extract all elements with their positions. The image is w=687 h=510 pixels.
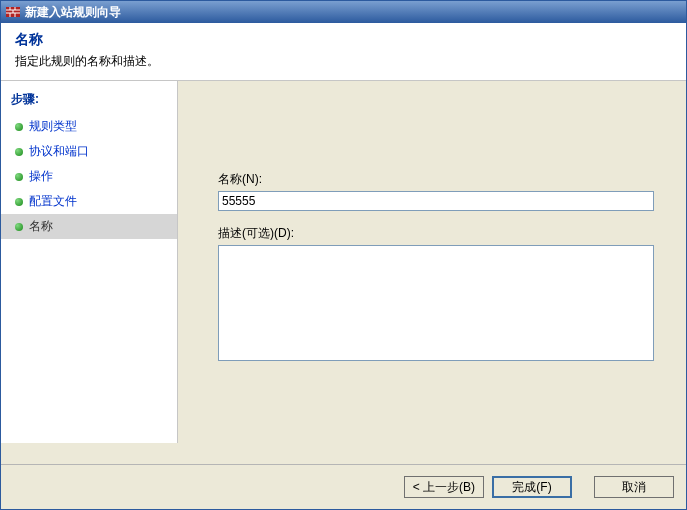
step-protocol-ports[interactable]: 协议和端口	[1, 139, 177, 164]
bullet-icon	[15, 198, 23, 206]
step-rule-type[interactable]: 规则类型	[1, 114, 177, 139]
page-subtitle: 指定此规则的名称和描述。	[15, 53, 672, 70]
back-button[interactable]: < 上一步(B)	[404, 476, 484, 498]
description-textarea[interactable]	[218, 245, 654, 361]
cancel-button[interactable]: 取消	[594, 476, 674, 498]
name-input[interactable]	[218, 191, 654, 211]
step-label: 规则类型	[29, 118, 77, 135]
header-panel: 名称 指定此规则的名称和描述。	[1, 23, 686, 81]
page-title: 名称	[15, 31, 672, 49]
steps-heading: 步骤:	[1, 89, 177, 114]
bullet-icon	[15, 223, 23, 231]
window-title: 新建入站规则向导	[25, 4, 121, 21]
name-label: 名称(N):	[218, 171, 670, 188]
bullet-icon	[15, 123, 23, 131]
finish-button[interactable]: 完成(F)	[492, 476, 572, 498]
bullet-icon	[15, 148, 23, 156]
step-label: 操作	[29, 168, 53, 185]
step-name[interactable]: 名称	[1, 214, 177, 239]
steps-sidebar: 步骤: 规则类型 协议和端口 操作 配置文件 名称	[1, 81, 178, 443]
bullet-icon	[15, 173, 23, 181]
step-profile[interactable]: 配置文件	[1, 189, 177, 214]
firewall-icon	[5, 4, 21, 20]
description-label: 描述(可选)(D):	[218, 225, 670, 242]
button-bar: < 上一步(B) 完成(F) 取消	[1, 464, 686, 509]
content-panel: 名称(N): 描述(可选)(D):	[178, 81, 686, 443]
step-action[interactable]: 操作	[1, 164, 177, 189]
step-label: 配置文件	[29, 193, 77, 210]
titlebar: 新建入站规则向导	[1, 1, 686, 23]
step-label: 名称	[29, 218, 53, 235]
step-label: 协议和端口	[29, 143, 89, 160]
